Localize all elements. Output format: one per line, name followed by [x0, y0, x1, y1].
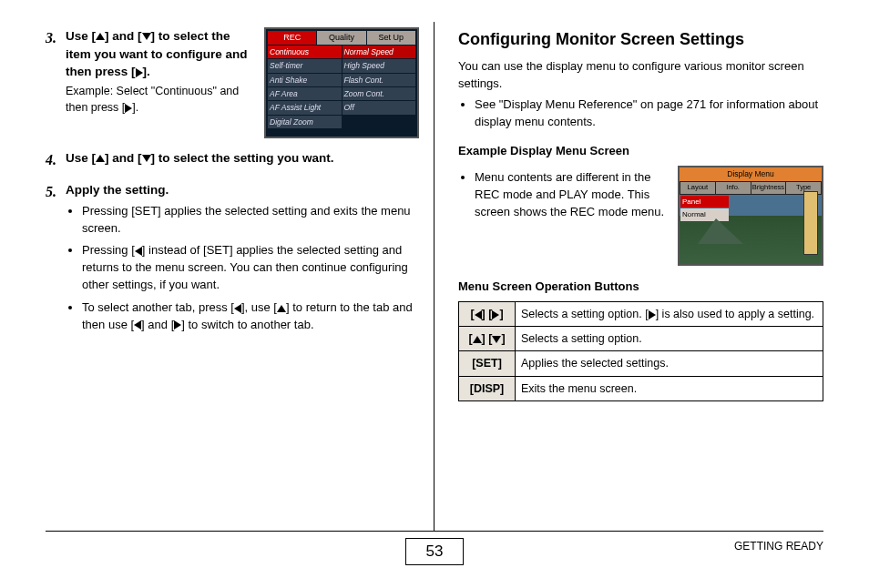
list-item: To select another tab, press [], use [] …: [82, 299, 419, 334]
mountain-icon: [698, 218, 743, 244]
up-arrow-icon: [96, 155, 105, 162]
desc-cell: Selects a setting option.: [516, 327, 823, 351]
example-bullets: Menu contents are different in the REC m…: [458, 169, 665, 227]
footer-section-label: GETTING READY: [734, 539, 823, 554]
intro-bullets: See "Display Menu Reference" on page 271…: [458, 96, 823, 131]
list-item: Menu contents are different in the REC m…: [475, 169, 665, 221]
right-arrow-icon: [136, 68, 143, 77]
step-5: 5. Apply the setting. Pressing [SET] app…: [46, 181, 419, 339]
right-arrow-icon: [649, 310, 656, 319]
list-item: Pressing [SET] applies the selected sett…: [82, 203, 419, 238]
film-strip-icon: [803, 191, 818, 255]
key-cell: [SET]: [459, 351, 516, 376]
step-bullets: Pressing [SET] applies the selected sett…: [66, 203, 419, 334]
left-arrow-icon: [234, 304, 241, 313]
table-row: [SET] Applies the selected settings.: [459, 351, 823, 376]
example-heading: Example Display Menu Screen: [458, 143, 823, 160]
table-row: [] [] Selects a setting option.: [459, 327, 823, 351]
step-4: 4. Use [] and [] to select the setting y…: [46, 149, 419, 170]
table-row: [] [] Selects a setting option. [] is al…: [459, 302, 823, 327]
down-arrow-icon: [492, 336, 501, 343]
rec-menu-screenshot: REC Quality Set Up Continuous Self-timer…: [264, 27, 419, 138]
intro-text: You can use the display menu to configur…: [458, 58, 823, 93]
up-arrow-icon: [473, 336, 482, 343]
table-row: [DISP] Exits the menu screen.: [459, 376, 823, 400]
down-arrow-icon: [142, 155, 151, 162]
rec-tab: REC: [268, 31, 316, 45]
ops-heading: Menu Screen Operation Buttons: [458, 279, 823, 296]
step-note: Example: Select "Continuous" and then pr…: [66, 83, 255, 116]
left-arrow-icon: [135, 247, 142, 256]
step-number: 4.: [46, 149, 56, 170]
list-item: Pressing [] instead of [SET] applies the…: [82, 242, 419, 294]
right-arrow-icon: [492, 310, 499, 319]
step-number: 5.: [46, 181, 56, 339]
rec-tab: Set Up: [367, 31, 415, 45]
rec-tab: Quality: [317, 31, 365, 45]
step-number: 3.: [46, 27, 56, 138]
step-title: Use [] and [] to select the setting you …: [66, 149, 419, 167]
list-item: See "Display Menu Reference" on page 271…: [475, 96, 823, 131]
up-arrow-icon: [96, 33, 105, 40]
down-arrow-icon: [142, 33, 151, 40]
step-title: Apply the setting.: [66, 181, 419, 199]
desc-cell: Selects a setting option. [] is also use…: [516, 302, 823, 327]
page-footer: 53 GETTING READY: [46, 532, 823, 572]
key-cell: [] []: [459, 302, 516, 327]
up-arrow-icon: [277, 305, 286, 312]
key-cell: [DISP]: [459, 376, 516, 400]
operation-buttons-table: [] [] Selects a setting option. [] is al…: [458, 301, 823, 401]
left-arrow-icon: [475, 310, 482, 319]
desc-cell: Exits the menu screen.: [516, 376, 823, 400]
section-heading: Configuring Monitor Screen Settings: [458, 27, 823, 51]
display-menu-screenshot: Display Menu Layout Info. Brightness Typ…: [678, 166, 823, 266]
desc-cell: Applies the selected settings.: [516, 351, 823, 376]
step-title: Use [] and [] to select the item you wan…: [66, 27, 255, 81]
left-column: 3. Use [] and [] to select the item you …: [46, 22, 434, 531]
right-column: Configuring Monitor Screen Settings You …: [434, 22, 823, 531]
step-3: 3. Use [] and [] to select the item you …: [46, 27, 419, 138]
key-cell: [] []: [459, 327, 516, 351]
page-number: 53: [405, 538, 465, 566]
left-arrow-icon: [134, 320, 141, 329]
